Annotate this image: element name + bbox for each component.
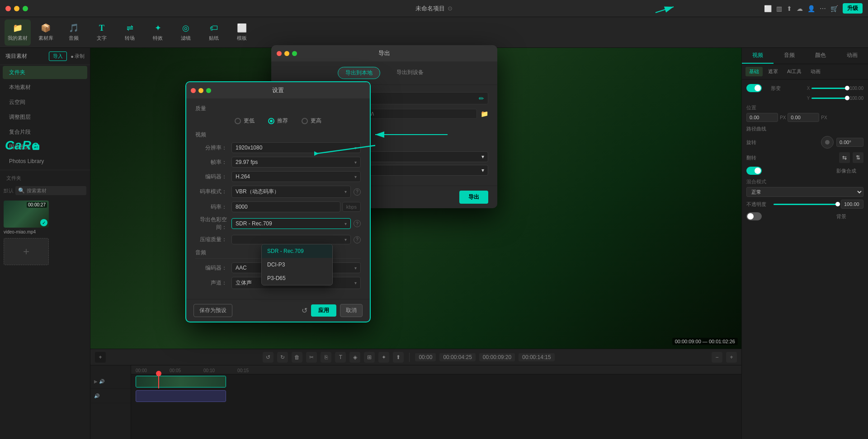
subtab-animation[interactable]: 动画	[807, 67, 824, 76]
tab-color[interactable]: 颜色	[805, 48, 837, 64]
search-input-container[interactable]: 🔍	[15, 186, 86, 195]
x-slider[interactable]	[811, 88, 848, 89]
toolbar-item-effects[interactable]: ✦ 特效	[145, 19, 171, 46]
audio-clip[interactable]	[136, 390, 226, 402]
close-button[interactable]	[5, 6, 11, 11]
sidebar-item-photos[interactable]: Photos Library	[3, 155, 87, 167]
apps-icon[interactable]: ⋯	[820, 5, 826, 12]
text-add-button[interactable]: T	[335, 352, 346, 363]
sidebar-item-adjust[interactable]: 调整图层	[3, 111, 87, 124]
add-media-button[interactable]: +	[4, 238, 49, 265]
cart-icon[interactable]: 🛒	[830, 5, 838, 12]
sidebar-item-folder[interactable]: 文件夹	[3, 66, 87, 79]
subtab-ai[interactable]: AI工具	[783, 67, 805, 76]
bitrate-input[interactable]	[231, 201, 340, 212]
settings-close-button[interactable]	[191, 88, 196, 93]
toolbar-item-assets[interactable]: 📁 我的素材	[5, 19, 31, 46]
compress-help-icon[interactable]: ?	[354, 236, 361, 243]
settings-minimize-button[interactable]	[198, 88, 203, 93]
fps-select[interactable]: 29.97 fps ▾	[231, 157, 361, 168]
bitrate-mode-help-icon[interactable]: ?	[354, 188, 361, 196]
export-maximize-button[interactable]	[292, 51, 297, 56]
position-y-input[interactable]	[788, 113, 819, 122]
toolbar-item-filter[interactable]: ◎ 滤镜	[173, 19, 199, 46]
opacity-input[interactable]	[841, 200, 863, 209]
export-edit-icon[interactable]: ✏	[479, 95, 484, 102]
delete-button[interactable]: 🗑	[292, 352, 302, 363]
dropdown-item-dci[interactable]: DCI-P3	[262, 258, 332, 271]
tab-audio[interactable]: 音频	[774, 48, 805, 64]
minimize-button[interactable]	[14, 6, 19, 11]
export-folder-icon[interactable]: 📁	[481, 110, 488, 117]
keyframe-button[interactable]: ◈	[349, 352, 360, 363]
y-slider[interactable]	[811, 98, 848, 99]
position-x-input[interactable]	[746, 113, 778, 122]
transform-button[interactable]: ⊞	[364, 352, 375, 363]
monitor-icon[interactable]: ⬜	[764, 5, 772, 12]
compress-select[interactable]: ▾	[231, 235, 351, 244]
opacity-slider[interactable]	[774, 200, 863, 209]
upgrade-button[interactable]: 升级	[843, 3, 863, 14]
import-button[interactable]: 导入	[49, 51, 67, 61]
blend-mode-select[interactable]: 正常	[746, 187, 863, 197]
export-close-button[interactable]	[277, 51, 282, 56]
flip-horizontal-button[interactable]: ⇆	[839, 152, 850, 163]
export-minimize-button[interactable]	[284, 51, 289, 56]
tab-animation[interactable]: 动画	[836, 48, 868, 64]
shape-toggle[interactable]	[746, 84, 762, 92]
toolbar-item-audio[interactable]: 🎵 音频	[61, 19, 87, 46]
quality-recommend-option[interactable]: 推荐	[268, 117, 288, 125]
toolbar-item-transition[interactable]: ⇌ 转场	[117, 19, 143, 46]
sidebar-item-cloud[interactable]: 云空间	[3, 96, 87, 109]
export-tab-device[interactable]: 导出到设备	[389, 67, 431, 79]
apply-button[interactable]: 应用	[311, 304, 336, 317]
copy-button[interactable]: ⎘	[321, 352, 331, 363]
toolbar-item-text[interactable]: T 文字	[89, 19, 115, 46]
quality-lower-option[interactable]: 更低	[235, 117, 255, 125]
settings-maximize-button[interactable]	[206, 88, 211, 93]
colorspace-select[interactable]: SDR - Rec.709 ▾	[231, 218, 351, 229]
zoom-out-button[interactable]: −	[712, 352, 722, 363]
dropdown-item-p3d65[interactable]: P3-D65	[262, 271, 332, 285]
tab-video[interactable]: 视频	[742, 48, 774, 64]
blend-toggle[interactable]	[746, 167, 762, 175]
effects-add-button[interactable]: ✦	[378, 352, 389, 363]
bitrate-mode-select[interactable]: VBR（动态码率） ▾	[231, 186, 351, 198]
subtab-mask[interactable]: 遮罩	[764, 67, 782, 76]
rotation-dial[interactable]	[821, 136, 834, 149]
sidebar-item-ai-video[interactable]: 固生视频 AI	[3, 140, 87, 154]
playhead[interactable]	[158, 374, 159, 388]
media-item[interactable]: 00:00:27 ✓ video-miao.mp4	[4, 201, 49, 234]
search-input[interactable]	[27, 188, 84, 193]
toolbar-item-materials[interactable]: 📦 素材库	[33, 19, 59, 46]
export-button[interactable]: 导出	[459, 191, 488, 204]
sidebar-item-compound[interactable]: 复合片段	[3, 126, 87, 139]
maximize-button[interactable]	[23, 6, 28, 11]
sidebar-item-local[interactable]: 本地素材	[3, 81, 87, 94]
redo-button[interactable]: ↻	[277, 352, 288, 363]
share-icon[interactable]: ⬆	[787, 5, 792, 12]
zoom-in-button[interactable]: +	[726, 352, 737, 363]
quality-higher-option[interactable]: 更高	[302, 117, 321, 125]
toolbar-item-template[interactable]: ⬜ 模板	[229, 19, 255, 46]
codec-select[interactable]: H.264 ▾	[231, 171, 361, 182]
layout-icon[interactable]: ▥	[776, 5, 782, 12]
record-button[interactable]: ● 录制	[71, 53, 85, 60]
dropdown-item-sdr[interactable]: SDR - Rec.709	[262, 244, 332, 258]
save-preset-button[interactable]: 保存为预设	[193, 304, 232, 317]
cloud-icon[interactable]: ☁	[797, 5, 803, 12]
export-tab-local[interactable]: 导出到本地	[338, 67, 380, 79]
add-track-button[interactable]: +	[95, 352, 106, 363]
undo-button[interactable]: ↺	[263, 352, 274, 363]
toolbar-item-sticker[interactable]: 🏷 贴纸	[201, 19, 227, 46]
reset-icon[interactable]: ↺	[302, 306, 307, 315]
cut-button[interactable]: ✂	[306, 352, 317, 363]
colorspace-help-icon[interactable]: ?	[354, 220, 361, 227]
flip-vertical-button[interactable]: ⇅	[853, 152, 863, 163]
cancel-button[interactable]: 取消	[340, 304, 363, 317]
bg-toggle[interactable]	[746, 212, 762, 220]
rotation-input[interactable]	[836, 138, 863, 147]
video-clip[interactable]	[136, 376, 226, 388]
resolution-select[interactable]: 1920x1080 ▾	[231, 142, 361, 153]
user-icon[interactable]: 👤	[807, 5, 815, 12]
